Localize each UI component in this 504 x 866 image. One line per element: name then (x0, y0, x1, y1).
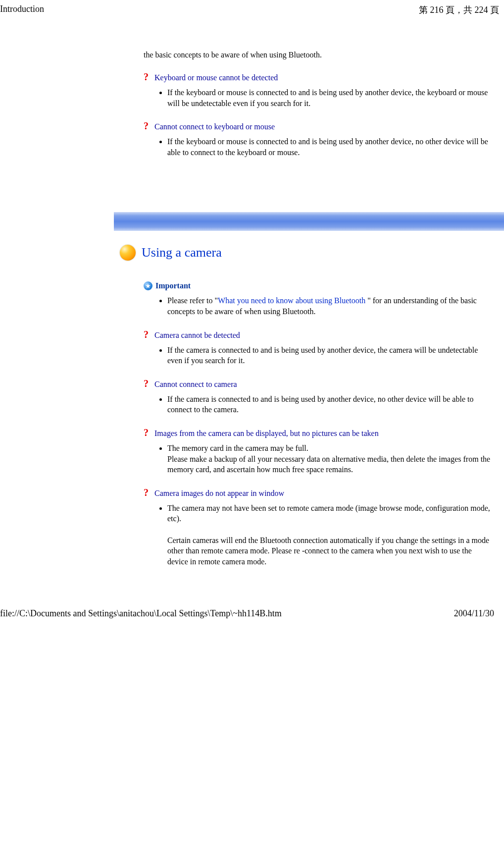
bluetooth-link[interactable]: What you need to know about using Blueto… (218, 296, 365, 305)
question-icon: ? (144, 331, 152, 338)
faq-list: If the keyboard or mouse is connected to… (144, 136, 494, 158)
list-item: The camera may not have been set to remo… (167, 503, 494, 567)
faq-heading: ? Camera images do not appear in window (144, 489, 494, 498)
orb-icon (120, 245, 136, 261)
footer-date: 2004/11/30 (454, 608, 494, 619)
faq-heading: ? Keyboard or mouse cannot be detected (144, 73, 494, 82)
important-heading: ★ Important (144, 281, 494, 290)
faq-title: Camera cannot be detected (154, 331, 240, 340)
footer-path: file://C:\Documents and Settings\anitach… (0, 608, 282, 619)
list-item: The memory card in the camera may be ful… (167, 443, 494, 475)
question-icon: ? (144, 429, 152, 436)
question-icon: ? (144, 380, 152, 387)
question-icon: ? (144, 73, 152, 80)
section-heading: Using a camera (114, 231, 504, 275)
star-icon: ★ (144, 281, 152, 290)
faq-title: Cannot connect to keyboard or mouse (154, 122, 275, 131)
camera-block: ★ Important Please refer to "What you ne… (114, 281, 504, 567)
faq-list: If the keyboard or mouse is connected to… (144, 87, 494, 108)
page-number: 第 216 頁，共 224 頁 (419, 4, 499, 16)
list-item: If the camera is connected to and is bei… (167, 345, 494, 366)
faq-title: Camera images do not appear in window (154, 489, 284, 498)
question-icon: ? (144, 489, 152, 496)
page-footer: file://C:\Documents and Settings\anitach… (0, 569, 504, 629)
faq-title: Images from the camera can be displayed,… (154, 429, 379, 438)
faq-heading: ? Images from the camera can be displaye… (144, 429, 494, 438)
list-item: If the camera is connected to and is bei… (167, 394, 494, 415)
faq-heading: ? Cannot connect to camera (144, 380, 494, 389)
faq-list: If the camera is connected to and is bei… (144, 394, 494, 415)
intro-line: the basic concepts to be aware of when u… (144, 51, 494, 59)
page-header: Introduction 第 216 頁，共 224 頁 (0, 0, 504, 16)
question-icon: ? (144, 122, 152, 129)
faq-title: Cannot connect to camera (154, 380, 237, 389)
important-label: Important (155, 281, 191, 290)
list-item: If the keyboard or mouse is connected to… (167, 136, 494, 158)
list-item: Please refer to "What you need to know a… (167, 295, 494, 317)
content-area: the basic concepts to be aware of when u… (0, 16, 504, 567)
faq-title: Keyboard or mouse cannot be detected (154, 73, 278, 82)
important-list: Please refer to "What you need to know a… (144, 295, 494, 317)
faq-list: If the camera is connected to and is bei… (144, 345, 494, 366)
faq-list: The camera may not have been set to remo… (144, 503, 494, 567)
faq-heading: ? Camera cannot be detected (144, 331, 494, 340)
page-title: Introduction (0, 4, 44, 16)
list-item: If the keyboard or mouse is connected to… (167, 87, 494, 108)
faq-heading: ? Cannot connect to keyboard or mouse (144, 122, 494, 131)
top-block: the basic concepts to be aware of when u… (114, 51, 504, 158)
faq-list: The memory card in the camera may be ful… (144, 443, 494, 475)
section-title: Using a camera (142, 245, 222, 260)
section-divider (114, 212, 504, 231)
